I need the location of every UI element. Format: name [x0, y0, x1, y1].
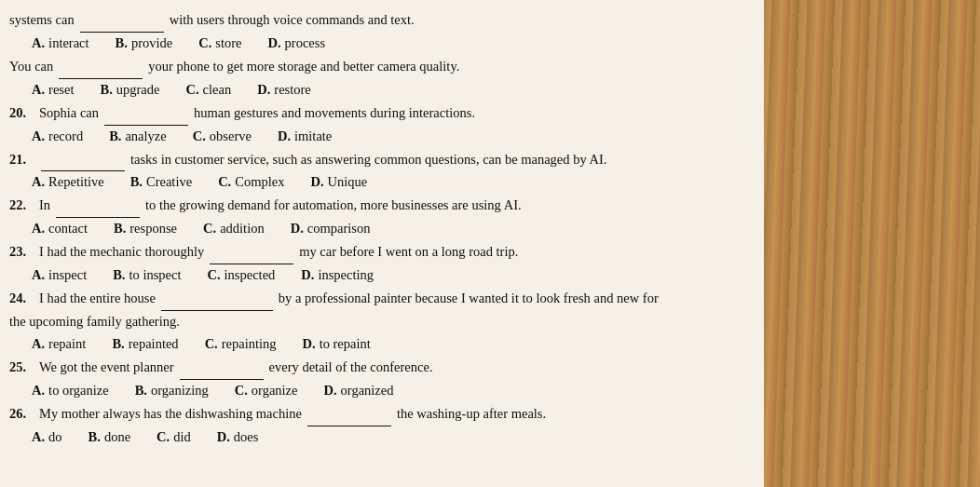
options-25: A.to organize B.organizing C.organize D.… — [32, 380, 745, 402]
paper: systems can with users through voice com… — [0, 0, 764, 487]
q-text-24-after: by a professional painter because I want… — [279, 288, 659, 310]
question-21: 21. tasks in customer service, such as a… — [9, 149, 745, 195]
q-text-26-before: My mother always has the dishwashing mac… — [39, 403, 302, 426]
q-num-22: 22. — [9, 195, 35, 217]
blank-24 — [161, 288, 273, 311]
q-num-26: 26. — [9, 403, 35, 426]
q-text-youcan-after: your phone to get more storage and bette… — [148, 56, 459, 78]
q-text-youcan-before: You can — [9, 56, 53, 78]
q-text-20-after: human gestures and movements during inte… — [194, 102, 475, 125]
question-24: 24. I had the entire house by a professi… — [9, 288, 745, 356]
question-20: 20. Sophia can human gestures and moveme… — [9, 102, 745, 148]
q-text-systems-after: with users through voice commands and te… — [170, 9, 415, 32]
q-text-23-after: my car before I went on a long road trip… — [299, 241, 518, 264]
options-20: A.record B.analyze C.observe D.imitate — [32, 126, 745, 148]
question-25: 25. We got the event planner every detai… — [9, 357, 745, 402]
options-26: A.do B.done C.did D.does — [32, 426, 745, 449]
options-22: A.contact B.response C.addition D.compar… — [32, 218, 745, 240]
q-num-21: 21. — [9, 149, 35, 171]
options-21: A.Repetitive B.Creative C.Complex D.Uniq… — [32, 171, 745, 194]
q-num-20: 20. — [9, 102, 35, 125]
q-num-24: 24. — [9, 288, 35, 310]
options-24: A.repaint B.repainted C.repainting D.to … — [32, 333, 745, 356]
blank-22 — [56, 195, 140, 218]
options-23: A.inspect B.to inspect C.inspected D.ins… — [32, 264, 745, 287]
q-num-25: 25. — [9, 357, 35, 379]
q-text-systems-before: systems can — [9, 9, 75, 32]
blank-25 — [180, 357, 264, 380]
blank-21 — [41, 149, 125, 172]
q-text-24-before: I had the entire house — [39, 288, 156, 310]
q-num-23: 23. — [9, 241, 35, 264]
q-text-26-after: the washing-up after meals. — [397, 403, 546, 426]
q-text-21-after: tasks in customer service, such as answe… — [130, 149, 606, 171]
options-systems: A.interact B.provide C.store D.process — [32, 33, 745, 55]
q-text-25-after: every detail of the conference. — [269, 357, 433, 379]
option-D-systems: D.process — [267, 33, 325, 55]
blank-youcan — [59, 56, 143, 79]
blank-20 — [104, 102, 188, 126]
q-text-23-before: I had the mechanic thoroughly — [39, 241, 204, 264]
q-text-24-cont: the upcoming family gathering. — [9, 311, 180, 333]
option-B-systems: B.provide — [116, 33, 173, 55]
question-systems: systems can with users through voice com… — [9, 9, 745, 55]
blank-26 — [307, 403, 391, 426]
question-22: 22. In to the growing demand for automat… — [9, 195, 745, 240]
blank-systems — [80, 9, 164, 33]
option-C-systems: C.store — [198, 33, 241, 55]
q-text-25-before: We got the event planner — [39, 357, 174, 379]
wood-background — [764, 0, 980, 487]
q-text-20-before: Sophia can — [39, 102, 99, 125]
option-A-systems: A.interact — [32, 33, 89, 55]
question-23: 23. I had the mechanic thoroughly my car… — [9, 241, 745, 287]
options-youcan: A.reset B.upgrade C.clean D.restore — [32, 79, 745, 101]
q-text-22-in: In — [39, 195, 50, 217]
question-26: 26. My mother always has the dishwashing… — [9, 403, 745, 449]
question-youcan: You can your phone to get more storage a… — [9, 56, 745, 101]
blank-23 — [210, 241, 293, 264]
q-text-22-after: to the growing demand for automation, mo… — [145, 195, 522, 217]
